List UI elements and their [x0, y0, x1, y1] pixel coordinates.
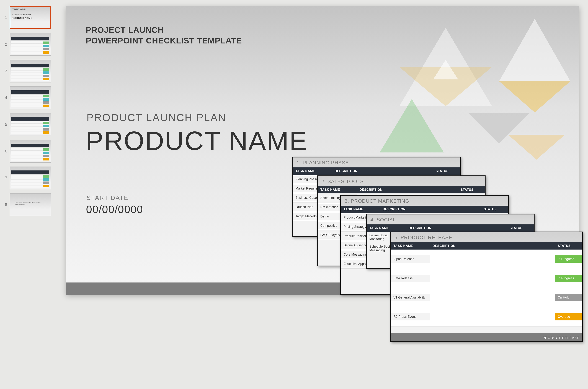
card-footer-label: PRODUCT RELEASE [543, 336, 580, 340]
thumbnail-slide-2[interactable] [10, 33, 51, 56]
slide-subtitle: PRODUCT LAUNCH PLAN [87, 111, 226, 124]
thumbnail-panel: 1PROJECT LAUNCHPRODUCT NAMEPRODUCT LAUNC… [0, 0, 60, 389]
start-date-label: START DATE [87, 194, 129, 201]
cell-task: Alpha Release [391, 256, 430, 263]
thumbnail-number: 8 [3, 202, 7, 207]
thumbnail-row: 8Lorem ipsum placeholder text block of c… [3, 193, 57, 216]
thumbnail-slide-3[interactable] [10, 60, 51, 82]
col-header-task: TASK NAME [293, 167, 332, 175]
thumbnail-slide-8[interactable]: Lorem ipsum placeholder text block of ce… [10, 193, 51, 216]
col-header-status: STATUS [433, 167, 460, 175]
card-header-row: TASK NAMEDESCRIPTIONSTATUS [391, 242, 582, 250]
col-header-task: TASK NAME [367, 225, 406, 232]
card-title: 4. SOCIAL [367, 214, 534, 225]
cell-status: In Progress [555, 275, 582, 282]
thumbnail-row: 7 [3, 166, 57, 189]
thumbnail-number: 3 [3, 69, 7, 73]
table-row: Beta ReleaseIn Progress [391, 269, 582, 288]
thumbnail-number: 7 [3, 176, 7, 180]
thumbnail-slide-4[interactable] [10, 86, 51, 109]
triangle-icon [499, 19, 570, 81]
thumbnail-slide-7[interactable] [10, 166, 51, 189]
cell-desc [430, 315, 555, 319]
col-header-desc: DESCRIPTION [380, 206, 481, 213]
thumbnail-row: 6 [3, 140, 57, 162]
table-row: V1 General AvailabilityOn Hold [391, 288, 582, 307]
thumbnail-row: 1PROJECT LAUNCHPRODUCT NAMEPRODUCT LAUNC… [3, 6, 57, 29]
thumbnail-number: 6 [3, 149, 7, 154]
thumbnail-row: 4 [3, 86, 57, 109]
col-header-task: TASK NAME [341, 206, 380, 213]
col-header-desc: DESCRIPTION [332, 167, 433, 175]
cell-status: On Hold [555, 294, 582, 301]
slide-canvas: PROJECT LAUNCH POWERPOINT CHECKLIST TEMP… [60, 0, 588, 389]
thumbnail-row: 3 [3, 60, 57, 82]
card-title: 5. PRODUCT RELEASE [391, 232, 582, 242]
triangle-icon [469, 113, 529, 144]
thumbnail-row: 2 [3, 33, 57, 56]
card-body: Alpha ReleaseIn ProgressBeta ReleaseIn P… [391, 250, 582, 326]
card-title: 2. SALES TOOLS [318, 176, 485, 186]
thumbnail-number: 4 [3, 96, 7, 100]
cell-task: R2 Press Event [391, 313, 430, 321]
table-row: R2 Press EventOverdue [391, 307, 582, 326]
mini-slide-card: 5. PRODUCT RELEASETASK NAMEDESCRIPTIONST… [390, 231, 583, 342]
card-header-row: TASK NAMEDESCRIPTIONSTATUS [293, 167, 460, 175]
slide-header-line2: POWERPOINT CHECKLIST TEMPLATE [86, 36, 242, 45]
card-header-row: TASK NAMEDESCRIPTIONSTATUS [367, 225, 534, 232]
col-header-desc: DESCRIPTION [406, 225, 507, 232]
col-header-status: STATUS [481, 206, 508, 213]
slide-header-line1: PROJECT LAUNCH [86, 25, 164, 35]
start-date-value: 00/00/0000 [86, 203, 143, 216]
col-header-status: STATUS [507, 225, 534, 232]
triangle-icon [499, 81, 570, 112]
col-header-task: TASK NAME [318, 186, 357, 194]
triangle-icon [433, 60, 458, 79]
card-header-row: TASK NAMEDESCRIPTIONSTATUS [318, 186, 485, 194]
card-header-row: TASK NAMEDESCRIPTIONSTATUS [341, 206, 508, 213]
col-header-desc: DESCRIPTION [430, 242, 555, 250]
app-root: 1PROJECT LAUNCHPRODUCT NAMEPRODUCT LAUNC… [0, 0, 588, 389]
thumbnail-number: 1 [3, 15, 7, 20]
card-title: 3. PRODUCT MARKETING [341, 196, 508, 206]
cell-desc [430, 296, 555, 299]
thumbnail-slide-6[interactable] [10, 140, 51, 162]
cell-status: Overdue [555, 313, 582, 321]
cell-status: In Progress [555, 256, 582, 263]
col-header-status: STATUS [555, 242, 582, 250]
thumbnail-slide-1[interactable]: PROJECT LAUNCHPRODUCT NAMEPRODUCT LAUNCH… [10, 6, 51, 29]
thumbnail-slide-5[interactable] [10, 113, 51, 136]
triangle-icon [508, 135, 565, 160]
thumbnail-number: 5 [3, 122, 7, 127]
slide-title: PRODUCT NAME [86, 126, 308, 156]
triangle-icon [380, 99, 444, 153]
thumbnail-row: 5 [3, 113, 57, 136]
thumbnail-number: 2 [3, 42, 7, 47]
col-header-status: STATUS [458, 186, 485, 194]
cell-desc [430, 257, 555, 261]
table-row: Alpha ReleaseIn Progress [391, 250, 582, 269]
col-header-desc: DESCRIPTION [357, 186, 458, 194]
triangle-icon [399, 28, 492, 106]
cell-task: V1 General Availability [391, 294, 430, 301]
cell-task: Beta Release [391, 275, 430, 282]
col-header-task: TASK NAME [391, 242, 430, 250]
cell-desc [430, 277, 555, 280]
card-title: 1. PLANNING PHASE [293, 158, 460, 167]
triangle-icon [399, 67, 492, 106]
